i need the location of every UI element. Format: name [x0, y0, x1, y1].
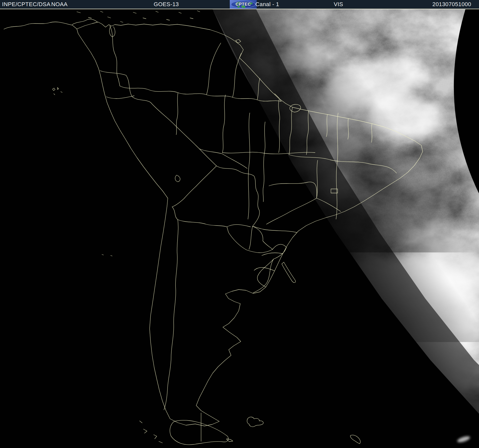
- satellite-image: [0, 9, 479, 448]
- logo-text: CPTEC: [230, 0, 257, 9]
- satellite-scene-svg: [0, 9, 479, 448]
- timestamp-label: 201307051000: [432, 0, 471, 9]
- cptec-logo: CPTEC: [230, 0, 257, 9]
- header-bar: INPE/CPTEC/DSA NOAA GOES-13 CPTEC Canal …: [0, 0, 479, 9]
- satellite-name-label: GOES-13: [154, 0, 179, 9]
- noaa-label: NOAA: [51, 0, 68, 9]
- satellite-product-page: INPE/CPTEC/DSA NOAA GOES-13 CPTEC Canal …: [0, 0, 479, 448]
- channel-type-label: VIS: [334, 0, 343, 9]
- channel-label: Canal - 1: [255, 0, 279, 9]
- agency-label: INPE/CPTEC/DSA: [2, 0, 50, 9]
